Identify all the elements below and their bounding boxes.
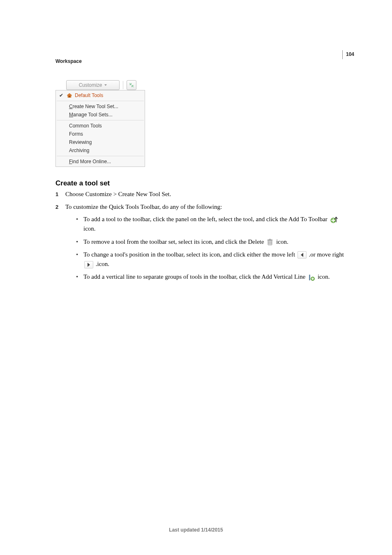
menu-item-forms[interactable]: Forms bbox=[56, 130, 145, 138]
home-icon bbox=[67, 93, 72, 98]
svg-rect-0 bbox=[69, 96, 70, 97]
section-heading: Create a tool set bbox=[55, 179, 351, 187]
menu-item-label: Find More Online... bbox=[67, 159, 111, 164]
bullet-text: icon. bbox=[83, 225, 96, 232]
running-header: Workspace bbox=[55, 58, 82, 64]
menu-item-label: Manage Tool Sets... bbox=[67, 112, 113, 118]
bullet-text: .or move right bbox=[309, 251, 344, 258]
bullet-text: To remove a tool from the toolbar set, s… bbox=[83, 238, 265, 245]
add-to-toolbar-icon bbox=[330, 216, 339, 224]
customize-menu-figure: Customize ✔ bbox=[55, 80, 146, 167]
page-number-wrap: 104 bbox=[342, 50, 354, 59]
menu-separator bbox=[57, 101, 144, 101]
menu-item-common-tools[interactable]: Common Tools bbox=[56, 122, 145, 130]
menu-item-label: Reviewing bbox=[67, 139, 92, 145]
step-text: To customize the Quick Tools Toolbar, do… bbox=[65, 204, 222, 210]
expand-icon bbox=[129, 83, 134, 88]
add-vertical-line-icon bbox=[308, 274, 315, 281]
menu-item-label: Create New Tool Set... bbox=[67, 104, 118, 109]
toolbar-separator bbox=[123, 81, 123, 89]
footer-last-updated: Last updated 1/14/2015 bbox=[0, 527, 392, 533]
bullet-add-vertical-line: To add a vertical line to separate group… bbox=[76, 272, 351, 282]
menu-separator bbox=[57, 120, 144, 120]
menu-item-label: Common Tools bbox=[67, 123, 102, 129]
menu-item-label: Forms bbox=[67, 131, 83, 137]
menu-item-label: Archiving bbox=[67, 148, 89, 153]
menu-item-archiving[interactable]: Archiving bbox=[56, 146, 145, 155]
bullet-text: To add a vertical line to separate group… bbox=[83, 273, 307, 280]
bullet-move-tool: To change a tool's position in the toolb… bbox=[76, 250, 351, 269]
menu-separator bbox=[57, 156, 144, 156]
move-left-icon bbox=[297, 251, 307, 259]
menu-item-default-tools[interactable]: ✔ Default Tools bbox=[56, 91, 145, 99]
bullet-text: To add a tool to the toolbar, click the … bbox=[83, 216, 329, 222]
step-number: 1 bbox=[55, 190, 65, 198]
bullet-text: icon. bbox=[276, 238, 288, 245]
customize-button-label: Customize bbox=[79, 82, 102, 88]
step-2: 2 To customize the Quick Tools Toolbar, … bbox=[55, 203, 351, 285]
bullet-add-tool: To add a tool to the toolbar, click the … bbox=[76, 215, 351, 234]
bullet-text: .icon. bbox=[96, 261, 109, 267]
step-1: 1 Choose Customize > Create New Tool Set… bbox=[55, 190, 351, 199]
menu-item-create-new-tool-set[interactable]: Create New Tool Set... bbox=[56, 102, 145, 111]
menu-item-reviewing[interactable]: Reviewing bbox=[56, 138, 145, 146]
check-icon: ✔ bbox=[59, 92, 63, 98]
step-number: 2 bbox=[55, 203, 65, 211]
menu-item-find-more-online[interactable]: Find More Online... bbox=[56, 157, 145, 166]
bullet-text: To change a tool's position in the toolb… bbox=[83, 251, 297, 258]
step-text: Choose Customize > Create New Tool Set. bbox=[65, 190, 351, 199]
menu-item-manage-tool-sets[interactable]: Manage Tool Sets... bbox=[56, 111, 145, 119]
chevron-down-icon bbox=[104, 84, 107, 86]
bullet-text: icon. bbox=[318, 273, 330, 280]
page-number: 104 bbox=[346, 51, 354, 57]
svg-rect-4 bbox=[269, 239, 271, 240]
delete-trash-icon bbox=[266, 238, 274, 246]
menu-item-label: Default Tools bbox=[72, 92, 103, 98]
expand-button[interactable] bbox=[127, 80, 136, 90]
customize-button[interactable]: Customize bbox=[66, 80, 120, 90]
svg-rect-5 bbox=[309, 275, 310, 280]
move-right-icon bbox=[84, 261, 93, 268]
customize-menu-panel: ✔ Default Tools Create New Tool Set... bbox=[55, 90, 145, 167]
bullet-remove-tool: To remove a tool from the toolbar set, s… bbox=[76, 237, 351, 247]
